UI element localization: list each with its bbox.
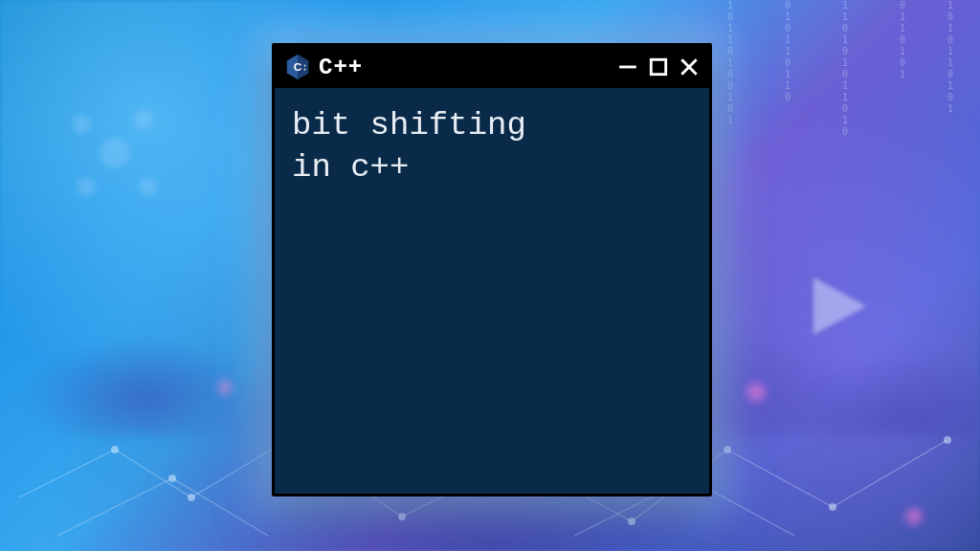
terminal-window: C + + C++ bit shifting in c++ <box>272 43 712 496</box>
svg-point-20 <box>830 504 836 511</box>
svg-marker-29 <box>813 277 866 335</box>
svg-point-26 <box>134 110 153 129</box>
svg-point-31 <box>905 508 923 525</box>
svg-point-13 <box>112 447 119 453</box>
svg-point-28 <box>139 177 158 196</box>
svg-point-19 <box>724 447 731 453</box>
window-title: C++ <box>319 55 610 80</box>
svg-line-8 <box>833 440 947 507</box>
minimize-button[interactable] <box>617 56 638 77</box>
content-line: in c++ <box>292 149 409 186</box>
content-line: bit shifting <box>292 107 526 143</box>
cpp-logo-icon: C + + <box>284 54 311 80</box>
svg-point-18 <box>629 518 635 525</box>
svg-point-22 <box>169 475 176 482</box>
terminal-content: bit shifting in c++ <box>275 88 709 206</box>
svg-point-27 <box>77 177 96 196</box>
svg-line-0 <box>19 450 115 497</box>
svg-point-25 <box>72 115 91 134</box>
svg-point-16 <box>399 514 406 520</box>
window-controls <box>617 56 700 77</box>
svg-point-14 <box>189 495 195 501</box>
svg-line-9 <box>57 478 172 536</box>
svg-point-32 <box>217 380 233 395</box>
maximize-button[interactable] <box>648 56 669 77</box>
svg-rect-39 <box>651 59 665 74</box>
svg-line-1 <box>115 450 191 497</box>
svg-point-30 <box>746 383 766 402</box>
svg-text:C: C <box>294 60 302 73</box>
svg-point-21 <box>945 437 951 444</box>
titlebar: C + + C++ <box>275 46 709 88</box>
close-button[interactable] <box>679 56 700 77</box>
svg-point-24 <box>100 138 130 168</box>
svg-line-10 <box>172 478 268 536</box>
svg-line-7 <box>727 450 833 507</box>
svg-text:+: + <box>303 67 306 72</box>
